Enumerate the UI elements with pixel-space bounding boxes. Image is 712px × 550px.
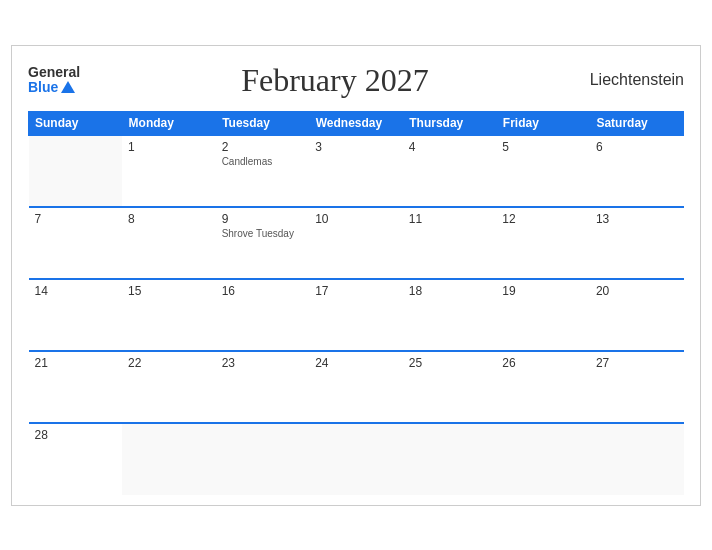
day-number: 26 <box>502 356 584 370</box>
calendar-day-cell: 28 <box>29 423 123 495</box>
calendar-week-row: 14151617181920 <box>29 279 684 351</box>
calendar-day-cell: 2Candlemas <box>216 135 310 207</box>
calendar-day-cell <box>496 423 590 495</box>
calendar-day-cell: 8 <box>122 207 216 279</box>
day-number: 24 <box>315 356 397 370</box>
calendar-day-cell: 3 <box>309 135 403 207</box>
calendar-day-cell <box>590 423 684 495</box>
calendar-title: February 2027 <box>241 62 429 99</box>
day-number: 22 <box>128 356 210 370</box>
calendar: General Blue February 2027 Liechtenstein… <box>11 45 701 506</box>
calendar-day-cell: 17 <box>309 279 403 351</box>
calendar-day-cell: 15 <box>122 279 216 351</box>
calendar-table: Sunday Monday Tuesday Wednesday Thursday… <box>28 111 684 495</box>
header-thursday: Thursday <box>403 111 497 135</box>
logo: General Blue <box>28 65 80 96</box>
header-wednesday: Wednesday <box>309 111 403 135</box>
calendar-day-cell <box>309 423 403 495</box>
calendar-day-cell: 7 <box>29 207 123 279</box>
day-number: 10 <box>315 212 397 226</box>
calendar-day-cell: 22 <box>122 351 216 423</box>
day-number: 8 <box>128 212 210 226</box>
calendar-day-cell: 16 <box>216 279 310 351</box>
day-number: 12 <box>502 212 584 226</box>
day-number: 21 <box>35 356 117 370</box>
day-number: 18 <box>409 284 491 298</box>
calendar-day-cell: 26 <box>496 351 590 423</box>
calendar-day-cell <box>216 423 310 495</box>
day-number: 23 <box>222 356 304 370</box>
day-number: 28 <box>35 428 117 442</box>
calendar-day-cell: 19 <box>496 279 590 351</box>
calendar-week-row: 12Candlemas3456 <box>29 135 684 207</box>
holiday-name: Candlemas <box>222 156 304 167</box>
calendar-day-cell: 9Shrove Tuesday <box>216 207 310 279</box>
calendar-day-cell: 25 <box>403 351 497 423</box>
calendar-day-cell: 6 <box>590 135 684 207</box>
calendar-week-row: 28 <box>29 423 684 495</box>
calendar-day-cell: 24 <box>309 351 403 423</box>
calendar-day-cell: 23 <box>216 351 310 423</box>
calendar-day-cell: 12 <box>496 207 590 279</box>
calendar-day-cell: 14 <box>29 279 123 351</box>
holiday-name: Shrove Tuesday <box>222 228 304 239</box>
calendar-day-cell: 27 <box>590 351 684 423</box>
day-number: 27 <box>596 356 678 370</box>
header-friday: Friday <box>496 111 590 135</box>
calendar-day-cell: 20 <box>590 279 684 351</box>
day-number: 17 <box>315 284 397 298</box>
calendar-week-row: 21222324252627 <box>29 351 684 423</box>
country-label: Liechtenstein <box>590 71 684 89</box>
calendar-day-cell <box>403 423 497 495</box>
day-number: 20 <box>596 284 678 298</box>
logo-general-text: General <box>28 65 80 80</box>
weekday-header-row: Sunday Monday Tuesday Wednesday Thursday… <box>29 111 684 135</box>
day-number: 14 <box>35 284 117 298</box>
calendar-day-cell: 11 <box>403 207 497 279</box>
calendar-day-cell <box>122 423 216 495</box>
day-number: 1 <box>128 140 210 154</box>
logo-blue-text: Blue <box>28 80 75 95</box>
header-saturday: Saturday <box>590 111 684 135</box>
day-number: 6 <box>596 140 678 154</box>
day-number: 4 <box>409 140 491 154</box>
calendar-day-cell: 4 <box>403 135 497 207</box>
day-number: 7 <box>35 212 117 226</box>
calendar-day-cell: 10 <box>309 207 403 279</box>
day-number: 15 <box>128 284 210 298</box>
logo-triangle-icon <box>61 81 75 93</box>
day-number: 5 <box>502 140 584 154</box>
calendar-day-cell: 1 <box>122 135 216 207</box>
calendar-day-cell: 13 <box>590 207 684 279</box>
header-sunday: Sunday <box>29 111 123 135</box>
calendar-week-row: 789Shrove Tuesday10111213 <box>29 207 684 279</box>
calendar-day-cell: 21 <box>29 351 123 423</box>
calendar-day-cell <box>29 135 123 207</box>
day-number: 3 <box>315 140 397 154</box>
calendar-header: General Blue February 2027 Liechtenstein <box>28 62 684 99</box>
header-monday: Monday <box>122 111 216 135</box>
day-number: 19 <box>502 284 584 298</box>
day-number: 25 <box>409 356 491 370</box>
calendar-day-cell: 18 <box>403 279 497 351</box>
header-tuesday: Tuesday <box>216 111 310 135</box>
calendar-day-cell: 5 <box>496 135 590 207</box>
day-number: 13 <box>596 212 678 226</box>
day-number: 16 <box>222 284 304 298</box>
day-number: 9 <box>222 212 304 226</box>
day-number: 2 <box>222 140 304 154</box>
day-number: 11 <box>409 212 491 226</box>
